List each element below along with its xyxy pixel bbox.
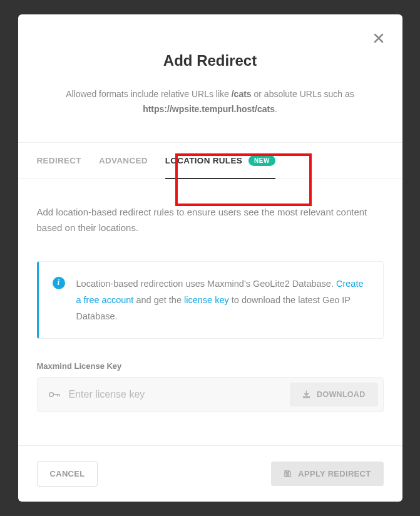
new-badge: NEW [248, 155, 275, 166]
download-icon [302, 390, 310, 398]
svg-point-0 [49, 393, 53, 397]
license-key-input[interactable] [69, 389, 282, 400]
tab-advanced[interactable]: ADVANCED [99, 143, 148, 178]
license-key-link[interactable]: license key [184, 295, 229, 305]
add-redirect-modal: Add Redirect Allowed formats include rel… [18, 14, 402, 502]
key-icon [49, 389, 60, 400]
license-key-label: Maxmind License Key [37, 361, 384, 371]
close-button[interactable] [374, 33, 384, 43]
info-text: Location-based redirection uses Maxmind'… [76, 276, 369, 324]
license-key-row: DOWNLOAD [37, 377, 384, 412]
tab-redirect[interactable]: REDIRECT [37, 143, 81, 178]
tabs: REDIRECT ADVANCED LOCATION RULES NEW [18, 142, 402, 179]
tab-content: Add location-based redirect rules to ens… [18, 179, 402, 445]
location-rules-description: Add location-based redirect rules to ens… [37, 204, 384, 236]
info-icon: i [53, 277, 65, 289]
info-box: i Location-based redirection uses Maxmin… [37, 261, 384, 339]
save-icon [284, 470, 292, 478]
download-button[interactable]: DOWNLOAD [290, 383, 377, 406]
apply-redirect-button[interactable]: APPLY REDIRECT [271, 462, 383, 486]
modal-header: Add Redirect Allowed formats include rel… [18, 14, 402, 142]
modal-title: Add Redirect [56, 52, 365, 70]
modal-footer: CANCEL APPLY REDIRECT [18, 445, 402, 502]
tab-location-rules[interactable]: LOCATION RULES NEW [165, 143, 275, 178]
cancel-button[interactable]: CANCEL [37, 461, 98, 487]
modal-subtitle: Allowed formats include relative URLs li… [56, 87, 365, 117]
